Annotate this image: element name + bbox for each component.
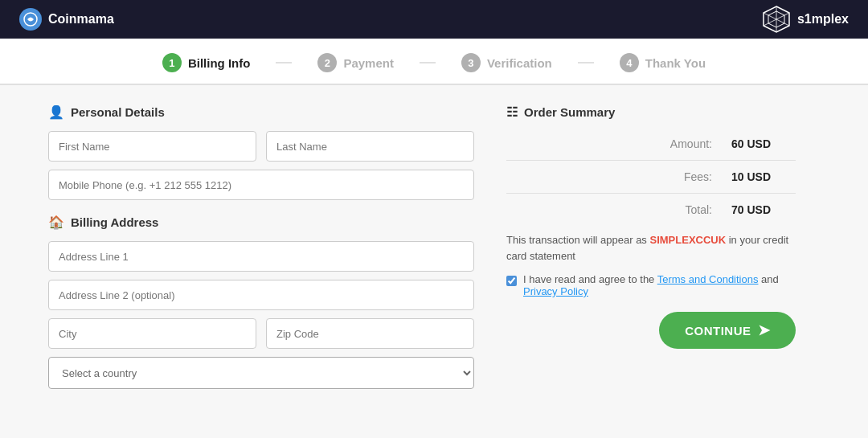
phone-row xyxy=(48,170,474,200)
fees-label: Fees: xyxy=(684,170,712,183)
total-row: Total: 70 USD xyxy=(506,199,796,221)
continue-button[interactable]: CONTINUE ➤ xyxy=(659,312,796,349)
city-zip-row xyxy=(48,318,474,349)
personal-details-section: 👤 Personal Details xyxy=(48,104,474,120)
amount-label: Amount: xyxy=(670,137,712,150)
address1-row xyxy=(48,241,474,272)
home-icon: 🏠 xyxy=(48,215,64,230)
order-summary-title: Order Summary xyxy=(524,105,615,119)
terms-link[interactable]: Terms and Conditions xyxy=(657,273,759,285)
country-select[interactable]: Select a country xyxy=(48,357,474,389)
address1-input[interactable] xyxy=(48,241,474,272)
city-input[interactable] xyxy=(48,318,256,349)
address2-input[interactable] xyxy=(48,280,474,310)
coinmama-logo: Coinmama xyxy=(19,8,114,31)
step-4-label: Thank You xyxy=(645,56,706,70)
agree-prefix: I have read and agree to the xyxy=(523,273,657,285)
step-3-num: 3 xyxy=(461,53,481,72)
amount-value: 60 USD xyxy=(731,137,796,150)
step-3-label: Verification xyxy=(487,56,552,70)
step-payment[interactable]: 2 Payment xyxy=(317,53,394,72)
step-1-label: Billing Info xyxy=(188,56,250,70)
fees-value: 10 USD xyxy=(731,170,796,183)
zip-input[interactable] xyxy=(266,318,474,349)
step-thank-you[interactable]: 4 Thank You xyxy=(620,53,706,72)
main-content: 👤 Personal Details 🏠 Billing Address xyxy=(0,85,868,438)
billing-address-title-row: 🏠 Billing Address xyxy=(48,215,474,230)
transaction-note-prefix: This transaction will appear as xyxy=(506,234,649,246)
agree-checkbox[interactable] xyxy=(506,275,517,287)
transaction-name: SIMPLEXCCUK xyxy=(649,234,726,246)
step-separator-1 xyxy=(276,62,292,63)
step-1-num: 1 xyxy=(162,53,182,72)
phone-input[interactable] xyxy=(48,170,474,200)
total-value: 70 USD xyxy=(731,203,796,216)
total-label: Total: xyxy=(686,203,712,216)
left-panel: 👤 Personal Details 🏠 Billing Address xyxy=(48,104,474,428)
order-summary-title-row: ☷ Order Summary xyxy=(506,104,796,120)
order-summary-icon: ☷ xyxy=(506,104,518,120)
agree-text: I have read and agree to the Terms and C… xyxy=(523,273,796,297)
first-name-input[interactable] xyxy=(48,131,256,162)
simplex-logo-icon xyxy=(762,5,791,34)
right-panel: ☷ Order Summary Amount: 60 USD Fees: 10 … xyxy=(506,104,796,428)
agree-row: I have read and agree to the Terms and C… xyxy=(506,273,796,297)
address2-row xyxy=(48,280,474,310)
step-4-num: 4 xyxy=(620,53,639,72)
personal-details-title: Personal Details xyxy=(71,105,165,119)
step-separator-3 xyxy=(578,62,594,63)
agree-and: and xyxy=(758,273,778,285)
name-row xyxy=(48,131,474,162)
billing-address-section: 🏠 Billing Address Select a country xyxy=(48,215,474,389)
simplex-brand-text: s1mplex xyxy=(797,12,849,27)
amount-row: Amount: 60 USD xyxy=(506,133,796,155)
coinmama-brand-text: Coinmama xyxy=(48,12,114,27)
transaction-note: This transaction will appear as SIMPLEXC… xyxy=(506,232,796,264)
simplex-logo: s1mplex xyxy=(762,5,849,34)
step-2-num: 2 xyxy=(317,53,337,72)
order-divider-1 xyxy=(506,160,796,161)
order-divider-2 xyxy=(506,193,796,194)
steps-nav: 1 Billing Info 2 Payment 3 Verification … xyxy=(0,39,868,85)
step-separator-2 xyxy=(420,62,436,63)
fees-row: Fees: 10 USD xyxy=(506,166,796,188)
continue-label: CONTINUE xyxy=(685,324,751,338)
coinmama-logo-icon xyxy=(19,8,42,31)
continue-arrow-icon: ➤ xyxy=(758,321,771,339)
step-billing-info[interactable]: 1 Billing Info xyxy=(162,53,250,72)
app-header: Coinmama s1mplex xyxy=(0,0,868,39)
last-name-input[interactable] xyxy=(266,131,474,162)
step-2-label: Payment xyxy=(343,56,394,70)
person-icon: 👤 xyxy=(48,104,64,120)
billing-address-title: Billing Address xyxy=(71,215,158,229)
privacy-link[interactable]: Privacy Policy xyxy=(523,285,588,297)
step-verification[interactable]: 3 Verification xyxy=(461,53,552,72)
